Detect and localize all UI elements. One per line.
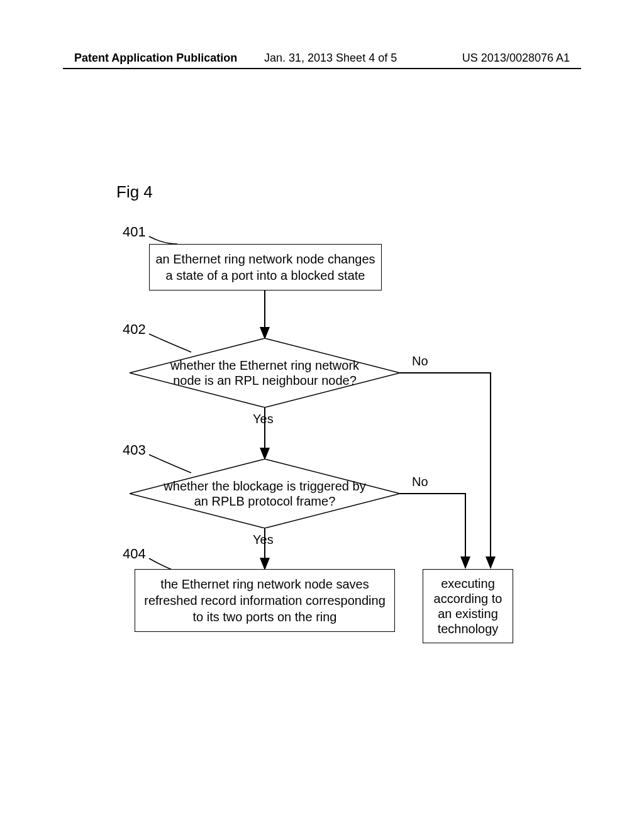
patent-page: Patent Application Publication Jan. 31, …: [0, 0, 644, 830]
process-text-alt: executing according to an existing techn…: [434, 577, 502, 636]
process-box-alt: executing according to an existing techn…: [423, 569, 513, 643]
label-yes-403: Yes: [253, 533, 274, 547]
label-no-402: No: [412, 354, 428, 368]
header-left: Patent Application Publication: [74, 52, 237, 65]
decision-text-402: whether the Ethernet ring network node i…: [130, 338, 400, 407]
process-box-404: the Ethernet ring network node saves ref…: [135, 569, 395, 632]
process-text-404: the Ethernet ring network node saves ref…: [144, 577, 386, 624]
header-center: Jan. 31, 2013 Sheet 4 of 5: [264, 52, 397, 65]
label-yes-402: Yes: [253, 412, 274, 426]
figure-label: Fig 4: [116, 182, 153, 202]
decision-text-403: whether the blockage is triggered by an …: [130, 459, 400, 528]
step-number-404: 404: [123, 546, 146, 562]
step-number-401: 401: [123, 224, 146, 240]
decision-402: whether the Ethernet ring network node i…: [130, 338, 400, 407]
header-right: US 2013/0028076 A1: [462, 52, 570, 65]
decision-403: whether the blockage is triggered by an …: [130, 459, 400, 528]
header-divider: [63, 68, 581, 69]
process-box-401: an Ethernet ring network node changes a …: [149, 244, 382, 290]
label-no-403: No: [412, 475, 428, 489]
process-text-401: an Ethernet ring network node changes a …: [155, 252, 375, 282]
flowchart-arrows: [0, 0, 644, 830]
step-number-402: 402: [123, 321, 146, 338]
step-number-403: 403: [123, 442, 146, 458]
